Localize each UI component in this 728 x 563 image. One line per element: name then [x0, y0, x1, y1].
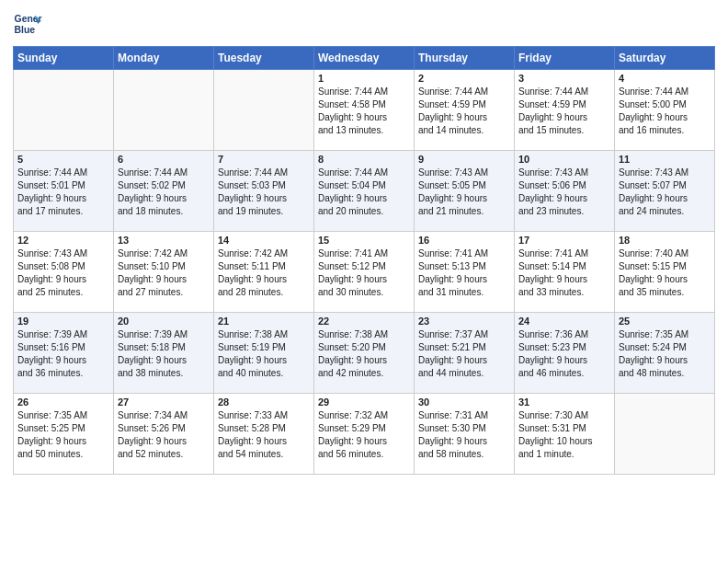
day-number: 16 [418, 235, 510, 246]
calendar-cell [114, 70, 214, 151]
day-number: 15 [318, 235, 410, 246]
calendar-cell: 13Sunrise: 7:42 AM Sunset: 5:10 PM Dayli… [114, 232, 214, 313]
day-number: 14 [218, 235, 310, 246]
day-info: Sunrise: 7:38 AM Sunset: 5:19 PM Dayligh… [218, 328, 310, 380]
header: General Blue [13, 9, 715, 39]
logo-icon: General Blue [13, 9, 42, 39]
calendar-cell: 3Sunrise: 7:44 AM Sunset: 4:59 PM Daylig… [515, 70, 615, 151]
day-info: Sunrise: 7:41 AM Sunset: 5:14 PM Dayligh… [518, 247, 610, 299]
day-info: Sunrise: 7:41 AM Sunset: 5:12 PM Dayligh… [318, 247, 410, 299]
calendar-cell: 11Sunrise: 7:43 AM Sunset: 5:07 PM Dayli… [615, 151, 715, 232]
calendar-cell: 9Sunrise: 7:43 AM Sunset: 5:05 PM Daylig… [415, 151, 515, 232]
day-number: 8 [318, 154, 410, 165]
calendar-cell: 20Sunrise: 7:39 AM Sunset: 5:18 PM Dayli… [114, 313, 214, 394]
calendar-cell: 2Sunrise: 7:44 AM Sunset: 4:59 PM Daylig… [415, 70, 515, 151]
day-number: 4 [619, 73, 711, 84]
calendar-cell: 4Sunrise: 7:44 AM Sunset: 5:00 PM Daylig… [615, 70, 715, 151]
day-info: Sunrise: 7:39 AM Sunset: 5:18 PM Dayligh… [118, 328, 210, 380]
calendar-cell [14, 70, 114, 151]
calendar-cell: 14Sunrise: 7:42 AM Sunset: 5:11 PM Dayli… [214, 232, 314, 313]
day-number: 19 [17, 316, 109, 327]
day-number: 23 [418, 316, 510, 327]
calendar-cell: 16Sunrise: 7:41 AM Sunset: 5:13 PM Dayli… [415, 232, 515, 313]
calendar-cell: 8Sunrise: 7:44 AM Sunset: 5:04 PM Daylig… [314, 151, 415, 232]
day-info: Sunrise: 7:42 AM Sunset: 5:10 PM Dayligh… [118, 247, 210, 299]
calendar-cell: 1Sunrise: 7:44 AM Sunset: 4:58 PM Daylig… [314, 70, 415, 151]
calendar-cell: 28Sunrise: 7:33 AM Sunset: 5:28 PM Dayli… [214, 394, 314, 475]
day-info: Sunrise: 7:43 AM Sunset: 5:06 PM Dayligh… [518, 167, 610, 218]
day-number: 25 [619, 316, 711, 327]
calendar-cell: 23Sunrise: 7:37 AM Sunset: 5:21 PM Dayli… [415, 313, 515, 394]
page: General Blue SundayMondayTuesdayWednesda… [0, 0, 728, 563]
day-info: Sunrise: 7:35 AM Sunset: 5:25 PM Dayligh… [17, 409, 109, 461]
day-number: 5 [17, 154, 109, 165]
day-number: 31 [518, 396, 610, 408]
day-number: 24 [518, 316, 610, 327]
calendar-cell: 18Sunrise: 7:40 AM Sunset: 5:15 PM Dayli… [615, 232, 715, 313]
day-info: Sunrise: 7:31 AM Sunset: 5:30 PM Dayligh… [418, 409, 510, 461]
calendar-cell: 10Sunrise: 7:43 AM Sunset: 5:06 PM Dayli… [515, 151, 615, 232]
calendar-week-row: 5Sunrise: 7:44 AM Sunset: 5:01 PM Daylig… [14, 151, 715, 232]
day-info: Sunrise: 7:44 AM Sunset: 4:59 PM Dayligh… [518, 86, 610, 137]
calendar-week-row: 26Sunrise: 7:35 AM Sunset: 5:25 PM Dayli… [14, 394, 715, 475]
day-info: Sunrise: 7:43 AM Sunset: 5:05 PM Dayligh… [418, 167, 510, 218]
day-number: 1 [318, 73, 410, 84]
calendar-cell: 15Sunrise: 7:41 AM Sunset: 5:12 PM Dayli… [314, 232, 415, 313]
day-number: 10 [518, 154, 610, 165]
calendar-header-friday: Friday [515, 47, 615, 70]
calendar-cell: 17Sunrise: 7:41 AM Sunset: 5:14 PM Dayli… [515, 232, 615, 313]
calendar-cell: 5Sunrise: 7:44 AM Sunset: 5:01 PM Daylig… [14, 151, 114, 232]
day-info: Sunrise: 7:40 AM Sunset: 5:15 PM Dayligh… [619, 247, 711, 299]
day-number: 29 [318, 396, 410, 408]
day-info: Sunrise: 7:38 AM Sunset: 5:20 PM Dayligh… [318, 328, 410, 380]
calendar-header-sunday: Sunday [14, 47, 114, 70]
calendar-cell: 21Sunrise: 7:38 AM Sunset: 5:19 PM Dayli… [214, 313, 314, 394]
day-info: Sunrise: 7:32 AM Sunset: 5:29 PM Dayligh… [318, 409, 410, 461]
day-number: 7 [218, 154, 310, 165]
calendar-cell: 25Sunrise: 7:35 AM Sunset: 5:24 PM Dayli… [615, 313, 715, 394]
calendar-cell: 7Sunrise: 7:44 AM Sunset: 5:03 PM Daylig… [214, 151, 314, 232]
day-number: 12 [17, 235, 109, 246]
logo: General Blue [13, 9, 42, 39]
day-number: 6 [118, 154, 210, 165]
day-info: Sunrise: 7:35 AM Sunset: 5:24 PM Dayligh… [619, 328, 711, 380]
day-info: Sunrise: 7:34 AM Sunset: 5:26 PM Dayligh… [118, 409, 210, 461]
calendar-week-row: 1Sunrise: 7:44 AM Sunset: 4:58 PM Daylig… [14, 70, 715, 151]
day-info: Sunrise: 7:36 AM Sunset: 5:23 PM Dayligh… [518, 328, 610, 380]
day-number: 28 [218, 396, 310, 408]
calendar-cell: 24Sunrise: 7:36 AM Sunset: 5:23 PM Dayli… [515, 313, 615, 394]
day-info: Sunrise: 7:44 AM Sunset: 5:01 PM Dayligh… [17, 167, 109, 218]
day-number: 22 [318, 316, 410, 327]
day-number: 3 [518, 73, 610, 84]
calendar-cell: 19Sunrise: 7:39 AM Sunset: 5:16 PM Dayli… [14, 313, 114, 394]
calendar-cell: 27Sunrise: 7:34 AM Sunset: 5:26 PM Dayli… [114, 394, 214, 475]
day-number: 30 [418, 396, 510, 408]
calendar-cell [214, 70, 314, 151]
day-number: 21 [218, 316, 310, 327]
day-info: Sunrise: 7:44 AM Sunset: 4:58 PM Dayligh… [318, 86, 410, 137]
day-info: Sunrise: 7:42 AM Sunset: 5:11 PM Dayligh… [218, 247, 310, 299]
day-info: Sunrise: 7:41 AM Sunset: 5:13 PM Dayligh… [418, 247, 510, 299]
calendar-cell: 22Sunrise: 7:38 AM Sunset: 5:20 PM Dayli… [314, 313, 415, 394]
day-number: 9 [418, 154, 510, 165]
day-number: 27 [118, 396, 210, 408]
day-info: Sunrise: 7:43 AM Sunset: 5:08 PM Dayligh… [17, 247, 109, 299]
calendar-cell [615, 394, 715, 475]
day-number: 13 [118, 235, 210, 246]
calendar-cell: 26Sunrise: 7:35 AM Sunset: 5:25 PM Dayli… [14, 394, 114, 475]
calendar-week-row: 19Sunrise: 7:39 AM Sunset: 5:16 PM Dayli… [14, 313, 715, 394]
day-info: Sunrise: 7:30 AM Sunset: 5:31 PM Dayligh… [518, 409, 610, 461]
day-info: Sunrise: 7:44 AM Sunset: 5:02 PM Dayligh… [118, 167, 210, 218]
svg-text:Blue: Blue [15, 25, 36, 35]
day-info: Sunrise: 7:44 AM Sunset: 5:04 PM Dayligh… [318, 167, 410, 218]
day-info: Sunrise: 7:44 AM Sunset: 5:00 PM Dayligh… [619, 86, 711, 137]
calendar-week-row: 12Sunrise: 7:43 AM Sunset: 5:08 PM Dayli… [14, 232, 715, 313]
day-number: 26 [17, 396, 109, 408]
day-info: Sunrise: 7:39 AM Sunset: 5:16 PM Dayligh… [17, 328, 109, 380]
day-number: 17 [518, 235, 610, 246]
day-number: 11 [619, 154, 711, 165]
calendar-header-monday: Monday [114, 47, 214, 70]
calendar-cell: 29Sunrise: 7:32 AM Sunset: 5:29 PM Dayli… [314, 394, 415, 475]
day-info: Sunrise: 7:44 AM Sunset: 5:03 PM Dayligh… [218, 167, 310, 218]
day-info: Sunrise: 7:33 AM Sunset: 5:28 PM Dayligh… [218, 409, 310, 461]
